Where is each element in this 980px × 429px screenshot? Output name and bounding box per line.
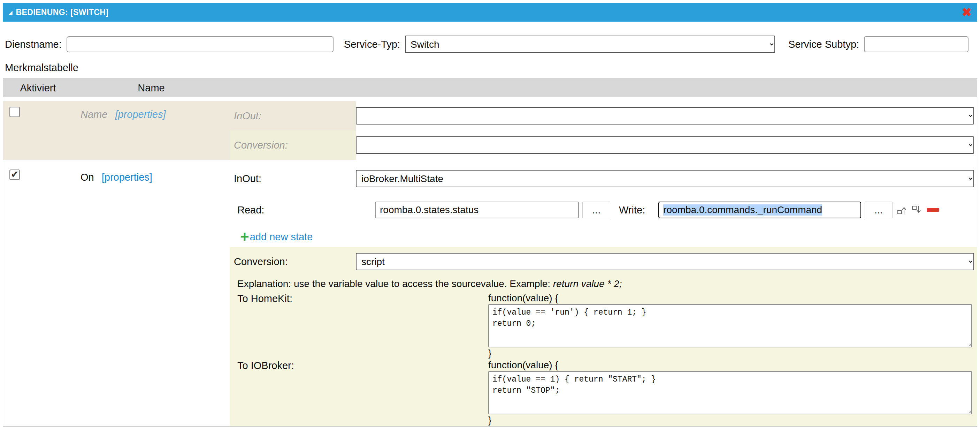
function-open: function(value) { <box>488 292 972 304</box>
state-row: Read: ... Write: ... <box>230 193 977 227</box>
characteristic-row-name: Name [properties] InOut: Conversion: <box>3 101 977 160</box>
characteristic-name: On <box>81 172 94 183</box>
service-form-row: Dienstname: Service-Typ: Switch Service … <box>5 35 975 53</box>
characteristic-settings: InOut: ioBroker.MultiState Read: ... Wri… <box>230 164 977 426</box>
dienstname-input[interactable] <box>67 36 334 52</box>
characteristics-table: Aktiviert Name Name [properties] InOut: <box>3 78 977 427</box>
service-typ-label: Service-Typ: <box>344 39 400 50</box>
move-state-down-icon[interactable] <box>912 205 922 215</box>
aktiviert-cell <box>3 164 73 426</box>
to-iobroker-label: To IOBroker: <box>230 359 488 426</box>
function-close: } <box>488 348 972 359</box>
dienstname-label: Dienstname: <box>5 39 62 50</box>
write-input[interactable] <box>658 202 861 218</box>
add-new-state-link[interactable]: add new state <box>250 231 313 243</box>
add-icon: + <box>240 231 249 243</box>
properties-link-name[interactable]: [properties] <box>115 109 165 120</box>
conversion-label: Conversion: <box>230 131 356 160</box>
conversion-explanation: Explanation: use the variable value to a… <box>230 276 977 292</box>
write-label: Write: <box>619 204 645 216</box>
on-inout-select[interactable]: ioBroker.MultiState <box>356 170 974 187</box>
to-iobroker-block: To IOBroker: function(value) { if(value … <box>230 359 977 426</box>
merkmalstabelle-label: Merkmalstabelle <box>5 62 975 73</box>
characteristic-name: Name <box>81 109 107 120</box>
name-inout-select[interactable] <box>356 107 974 124</box>
aktiviert-cell <box>3 101 73 160</box>
to-homekit-block: To HomeKit: function(value) { if(value =… <box>230 292 977 359</box>
explanation-example: return value * 2; <box>553 278 622 289</box>
name-conversion-select[interactable] <box>356 136 974 154</box>
row-spacer <box>3 97 977 101</box>
name-cell: Name [properties] <box>73 101 230 160</box>
inout-label: InOut: <box>230 164 356 193</box>
service-typ-select[interactable]: Switch <box>405 35 775 53</box>
service-subtyp-label: Service Subtyp: <box>788 39 859 50</box>
row-spacer <box>3 160 977 164</box>
move-state-up-icon[interactable] <box>897 205 907 215</box>
table-header: Aktiviert Name <box>3 79 977 97</box>
on-conversion-select[interactable]: script <box>356 253 974 270</box>
add-state-row: + add new state <box>230 227 977 247</box>
remove-state-icon[interactable] <box>927 208 939 212</box>
explanation-text: Explanation: use the variable value to a… <box>237 278 553 289</box>
collapse-icon[interactable]: ◢ <box>8 10 13 15</box>
to-homekit-code-textarea[interactable]: if(value == 'run') { return 1; } return … <box>488 304 972 348</box>
to-homekit-label: To HomeKit: <box>230 292 488 359</box>
dialog-titlebar[interactable]: ◢ BEDIENUNG: [SWITCH] ✖ <box>3 3 977 22</box>
properties-link-on[interactable]: [properties] <box>102 172 152 183</box>
header-aktiviert: Aktiviert <box>3 82 73 94</box>
dialog-title: BEDIENUNG: [SWITCH] <box>16 8 109 17</box>
read-input[interactable] <box>375 202 579 218</box>
to-iobroker-code-textarea[interactable]: if(value == 1) { return "START"; } retur… <box>488 371 972 415</box>
name-cell: On [properties] <box>73 164 230 426</box>
conversion-label: Conversion: <box>230 247 356 276</box>
close-icon[interactable]: ✖ <box>962 6 972 18</box>
function-close: } <box>488 415 972 426</box>
name-enabled-checkbox[interactable] <box>10 107 20 117</box>
header-name: Name <box>73 82 230 94</box>
read-label: Read: <box>230 204 375 216</box>
characteristic-row-on: On [properties] InOut: ioBroker.MultiSta… <box>3 164 977 426</box>
write-browse-button[interactable]: ... <box>865 202 892 218</box>
service-subtyp-input[interactable] <box>864 36 969 52</box>
function-open: function(value) { <box>488 359 972 371</box>
read-browse-button[interactable]: ... <box>582 202 610 218</box>
inout-label: InOut: <box>230 101 356 131</box>
characteristic-settings: InOut: Conversion: <box>230 101 977 160</box>
dialog: ◢ BEDIENUNG: [SWITCH] ✖ Dienstname: Serv… <box>0 0 980 427</box>
on-enabled-checkbox[interactable] <box>10 169 20 180</box>
